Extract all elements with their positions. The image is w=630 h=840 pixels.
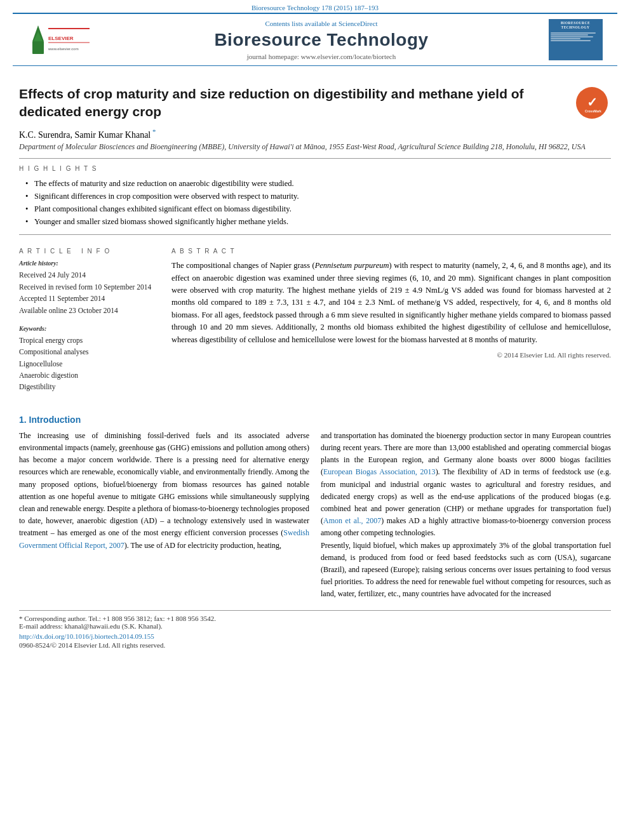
cover-title-text: BIORESOURCETECHNOLOGY xyxy=(551,21,601,30)
highlight-item-1: The effects of maturity and size reducti… xyxy=(25,177,611,190)
cover-line-4 xyxy=(551,38,580,39)
journal-homepage: journal homepage: www.elsevier.com/locat… xyxy=(105,53,537,60)
article-history: Article history: Received 24 July 2014 R… xyxy=(19,260,159,316)
highlight-item-3: Plant compositional changes exhibited si… xyxy=(25,203,611,215)
keywords-section: Keywords: Tropical energy crops Composit… xyxy=(19,325,159,393)
email-line: E-mail address: khanal@hawaii.edu (S.K. … xyxy=(19,622,611,630)
crossmark-svg: ✓ CrossMark xyxy=(580,91,604,115)
intro-right-p1: and transportation has dominated the bio… xyxy=(321,430,611,540)
journal-title-area: Contents lists available at ScienceDirec… xyxy=(99,20,544,60)
abstract-column: A B S T R A C T The compositional change… xyxy=(171,241,611,402)
cover-line-5 xyxy=(551,40,591,41)
svg-rect-0 xyxy=(32,41,44,54)
european-biogas-link[interactable]: European Biogas Association, 2013 xyxy=(323,467,436,476)
received-date: Received 24 July 2014 xyxy=(19,269,159,281)
footnote-area: * Corresponding author. Tel.: +1 808 956… xyxy=(19,610,611,649)
sciencedirect-link[interactable]: Contents lists available at ScienceDirec… xyxy=(105,20,537,27)
swedish-gov-link[interactable]: Swedish Government Official Report, 2007 xyxy=(19,528,309,549)
corresponding-text: * Corresponding author. Tel.: +1 808 956… xyxy=(19,615,216,622)
highlight-item-2: Significant differences in crop composit… xyxy=(25,190,611,203)
main-content: Effects of crop maturity and size reduct… xyxy=(0,66,630,662)
elsevier-logo-area: ELSEVIER www.elsevier.com xyxy=(23,22,99,57)
cover-line-2 xyxy=(551,34,588,36)
svg-text:ELSEVIER: ELSEVIER xyxy=(48,36,74,41)
article-title-container: Effects of crop maturity and size reduct… xyxy=(19,85,611,121)
divider-1 xyxy=(19,158,611,159)
intro-left-col: The increasing use of diminishing fossil… xyxy=(19,430,309,601)
journal-title: Bioresource Technology xyxy=(105,30,537,50)
crossmark-icon: ✓ CrossMark xyxy=(576,87,608,119)
journal-header: ELSEVIER www.elsevier.com Contents lists… xyxy=(13,13,617,66)
email-name: (S.K. Khanal). xyxy=(122,622,163,630)
keyword-1: Tropical energy crops xyxy=(19,335,159,346)
keywords-label: Keywords: xyxy=(19,325,159,332)
journal-top-bar: Bioresource Technology 178 (2015) 187–19… xyxy=(0,0,630,13)
divider-2 xyxy=(19,234,611,235)
svg-text:www.elsevier.com: www.elsevier.com xyxy=(48,47,79,51)
history-label: Article history: xyxy=(19,260,159,267)
article-info-abstract-section: A R T I C L E I N F O Article history: R… xyxy=(19,241,611,402)
journal-cover-image: BIORESOURCETECHNOLOGY xyxy=(549,19,603,60)
copyright-line: © 2014 Elsevier Ltd. All rights reserved… xyxy=(171,351,611,359)
corresponding-author: * Corresponding author. Tel.: +1 808 956… xyxy=(19,615,611,622)
accepted-date: Accepted 11 September 2014 xyxy=(19,293,159,304)
crossmark-badge[interactable]: ✓ CrossMark xyxy=(573,85,611,120)
cover-decorative-lines xyxy=(551,32,601,42)
abstract-label: A B S T R A C T xyxy=(171,248,611,255)
journal-citation: Bioresource Technology 178 (2015) 187–19… xyxy=(251,4,379,11)
cover-line-3 xyxy=(551,36,593,37)
article-info-label: A R T I C L E I N F O xyxy=(19,248,159,255)
svg-text:CrossMark: CrossMark xyxy=(585,109,601,113)
doi-line[interactable]: http://dx.doi.org/10.1016/j.biortech.201… xyxy=(19,632,611,640)
svg-text:✓: ✓ xyxy=(587,95,598,109)
abstract-text: The compositional changes of Napier gras… xyxy=(171,260,611,346)
amon-link[interactable]: Amon et al., 2007 xyxy=(323,516,381,525)
authors-text: K.C. Surendra, Samir Kumar Khanal xyxy=(19,130,151,139)
author-asterisk: * xyxy=(151,128,156,135)
available-date: Available online 23 October 2014 xyxy=(19,305,159,316)
journal-cover-area: BIORESOURCETECHNOLOGY xyxy=(544,19,607,60)
highlights-list: The effects of maturity and size reducti… xyxy=(25,177,611,228)
keyword-2: Compositional analyses xyxy=(19,346,159,357)
keyword-4: Anaerobic digestion xyxy=(19,370,159,381)
email-label: E-mail address: xyxy=(19,622,63,630)
intro-right-col: and transportation has dominated the bio… xyxy=(321,430,611,601)
authors-line: K.C. Surendra, Samir Kumar Khanal * xyxy=(19,128,611,140)
article-info-column: A R T I C L E I N F O Article history: R… xyxy=(19,241,159,402)
issn-line: 0960-8524/© 2014 Elsevier Ltd. All right… xyxy=(19,641,611,649)
highlights-label: H I G H L I G H T S xyxy=(19,165,611,172)
intro-heading: 1. Introduction xyxy=(19,415,611,425)
keyword-5: Digestibility xyxy=(19,381,159,392)
affiliation-text: Department of Molecular Biosciences and … xyxy=(19,142,611,152)
highlight-item-4: Younger and smaller sized biomass showed… xyxy=(25,215,611,228)
intro-right-p2: Presently, liquid biofuel, which makes u… xyxy=(321,540,611,601)
article-title-text: Effects of crop maturity and size reduct… xyxy=(19,86,524,119)
intro-body-columns: The increasing use of diminishing fossil… xyxy=(19,430,611,601)
intro-left-p1: The increasing use of diminishing fossil… xyxy=(19,430,309,552)
keyword-3: Lignocellulose xyxy=(19,358,159,370)
doi-text[interactable]: http://dx.doi.org/10.1016/j.biortech.201… xyxy=(19,632,154,640)
email-link[interactable]: khanal@hawaii.edu xyxy=(64,622,119,630)
cover-line-1 xyxy=(551,32,596,34)
elsevier-logo-svg: ELSEVIER www.elsevier.com xyxy=(29,22,93,57)
introduction-section: 1. Introduction The increasing use of di… xyxy=(19,415,611,601)
sciencedirect-label[interactable]: ScienceDirect xyxy=(338,20,378,27)
revised-date: Received in revised form 10 September 20… xyxy=(19,281,159,293)
